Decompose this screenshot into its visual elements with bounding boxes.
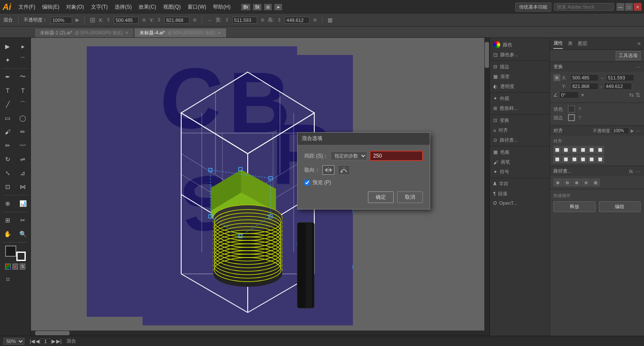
transform-w-input[interactable] <box>606 74 634 81</box>
pf-divide[interactable]: ⊞ <box>591 179 600 186</box>
graphic-styles-link[interactable]: ⊞ 图形样... <box>490 103 550 113</box>
menu-effect[interactable]: 效果(C) <box>136 3 159 12</box>
symbols-link[interactable]: ✦ 符号 <box>490 167 550 177</box>
scale-tool[interactable]: ⤡ <box>0 166 15 180</box>
tab-library[interactable]: 库 <box>568 39 573 49</box>
artboard-tool[interactable]: ⊞ <box>0 213 15 227</box>
paintbrush-tool[interactable]: 🖌 <box>0 125 15 139</box>
opentype-link[interactable]: O OpenT... <box>490 199 550 207</box>
characters-link[interactable]: A 字符 <box>490 179 550 189</box>
transform-h-input[interactable] <box>604 83 632 90</box>
first-page-btn[interactable]: |◀ <box>30 338 35 344</box>
shear-tool[interactable]: ⊿ <box>15 166 31 180</box>
menu-view[interactable]: 视图(Q) <box>160 3 184 12</box>
bridge-icon[interactable]: Br <box>241 4 250 10</box>
transform-more-icon[interactable]: ··· <box>636 64 641 70</box>
height-input[interactable] <box>285 17 310 24</box>
orient-align-to-page-icon[interactable] <box>322 165 334 175</box>
transform-icon[interactable]: ⊠ <box>328 17 333 24</box>
steps-input[interactable] <box>370 151 423 161</box>
width-input[interactable] <box>232 17 257 24</box>
stock-search-input[interactable] <box>554 3 614 11</box>
none-icon[interactable]: ✕ <box>12 264 18 270</box>
slice-tool[interactable]: ✂ <box>15 213 31 227</box>
align-center-v-btn[interactable]: ⬜ <box>588 146 595 154</box>
align-top-btn[interactable]: ⬜ <box>579 146 587 154</box>
tab2-close-icon[interactable]: ✕ <box>218 30 221 35</box>
opacity-arrow[interactable]: ▶ <box>631 128 634 133</box>
pathfinder-section-header[interactable]: 路径查... fx. ··· <box>550 166 644 176</box>
magic-wand-tool[interactable]: ✦ <box>0 53 15 67</box>
tab-properties[interactable]: 属性 <box>553 38 563 49</box>
change-screen-mode[interactable]: ⊡ <box>0 272 15 286</box>
close-button[interactable]: ✕ <box>634 3 641 11</box>
fx-label[interactable]: fx. <box>629 169 635 174</box>
x-input[interactable] <box>114 17 139 24</box>
opacity-inline-input[interactable] <box>612 127 629 134</box>
transform-section-header[interactable]: 变换 ··· <box>550 62 644 72</box>
pf-unite[interactable]: ⊕ <box>553 179 562 186</box>
arc-tool[interactable]: ⌒ <box>15 97 31 111</box>
align-right-btn[interactable]: ⬜ <box>571 146 578 154</box>
color-mode-icon[interactable] <box>5 264 11 270</box>
color-swatches2-link[interactable]: ▦ 色板 <box>490 147 550 157</box>
align-panel-link[interactable]: ≡ 对齐 <box>490 125 550 135</box>
minimize-button[interactable]: — <box>617 3 624 11</box>
hand-tool[interactable]: ✋ <box>0 227 15 241</box>
spacing-select[interactable]: 指定的步数 <box>331 152 367 160</box>
angle-more[interactable]: ▼ <box>580 93 585 97</box>
rect-tool[interactable]: ▭ <box>0 111 15 125</box>
shape-builder-tool[interactable]: ⋈ <box>15 180 31 194</box>
selection-tool[interactable]: ▶ <box>0 39 15 53</box>
gradient-panel-link[interactable]: ▦ 渐变 <box>490 72 550 82</box>
transform-y-input[interactable] <box>571 83 598 90</box>
ok-button[interactable]: 确定 <box>368 191 394 203</box>
transform-x-input[interactable] <box>571 74 598 81</box>
horizontal-scrollbar[interactable] <box>31 331 484 336</box>
menu-help[interactable]: 帮助(H) <box>210 3 234 12</box>
menu-select[interactable]: 选择(S) <box>112 3 135 12</box>
preview-checkbox[interactable] <box>304 180 310 185</box>
dialog-title-bar[interactable]: 混合选项 <box>298 133 430 145</box>
dist-left-btn[interactable]: ⬜ <box>553 155 561 163</box>
pathfinder-link[interactable]: ⊙ 路径查... <box>490 135 550 145</box>
dist-right-btn[interactable]: ⬜ <box>571 155 578 163</box>
next-page-btn[interactable]: ▶ <box>52 338 55 344</box>
align-left-btn[interactable]: ⬜ <box>553 146 561 154</box>
menu-object[interactable]: 对象(O) <box>63 3 87 12</box>
pf-intersect[interactable]: ⊗ <box>572 179 581 186</box>
menu-text[interactable]: 文字(T) <box>88 3 111 12</box>
rotate-tool[interactable]: ↻ <box>0 152 15 166</box>
line-tool[interactable]: ╱ <box>0 97 15 111</box>
fill-swatch[interactable] <box>5 246 16 257</box>
pf-minus[interactable]: ⊖ <box>563 179 571 186</box>
y-input[interactable] <box>164 17 189 24</box>
align-bottom-btn[interactable]: ⬜ <box>596 146 604 154</box>
tab-file1[interactable]: 未标题-1 (2).ai* @ 50% (RGB/GPU 预览) ✕ <box>34 28 134 37</box>
smooth-tool[interactable]: 〰 <box>15 139 31 152</box>
canvas-area[interactable]: C B R S <box>31 38 489 336</box>
stroke-swatch[interactable] <box>16 252 26 261</box>
column-graph-tool[interactable]: 📊 <box>15 197 31 210</box>
arrow-icon[interactable]: ➤ <box>274 4 282 10</box>
dist-center-v-btn[interactable]: ⬜ <box>588 155 595 163</box>
angle-input[interactable] <box>559 91 579 98</box>
page-number-input[interactable] <box>40 338 51 344</box>
dist-bottom-btn[interactable]: ⬜ <box>596 155 604 163</box>
align-center-h-btn[interactable]: ⬜ <box>562 146 570 154</box>
last-page-btn[interactable]: ▶| <box>56 338 61 344</box>
fill-color-swatch[interactable] <box>568 106 575 112</box>
pathfinder-more-icon[interactable]: ··· <box>636 168 641 174</box>
more-options-icon[interactable]: ≡ <box>637 40 641 47</box>
menu-window[interactable]: 窗口(W) <box>185 3 209 12</box>
tab-layers[interactable]: 图层 <box>578 39 587 49</box>
free-transform-tool[interactable]: ⊡ <box>0 180 15 194</box>
lasso-tool[interactable]: ⌒ <box>15 53 31 67</box>
h-scroll-thumb[interactable] <box>35 331 70 335</box>
type-vertical-tool[interactable]: T <box>15 84 31 97</box>
color-panel-link[interactable]: 颜色 <box>490 39 550 50</box>
direct-select-tool[interactable]: ▸ <box>15 39 31 53</box>
v-scroll-thumb[interactable] <box>485 42 489 68</box>
menu-edit[interactable]: 编辑(E) <box>39 3 62 12</box>
cancel-button[interactable]: 取消 <box>397 191 423 203</box>
